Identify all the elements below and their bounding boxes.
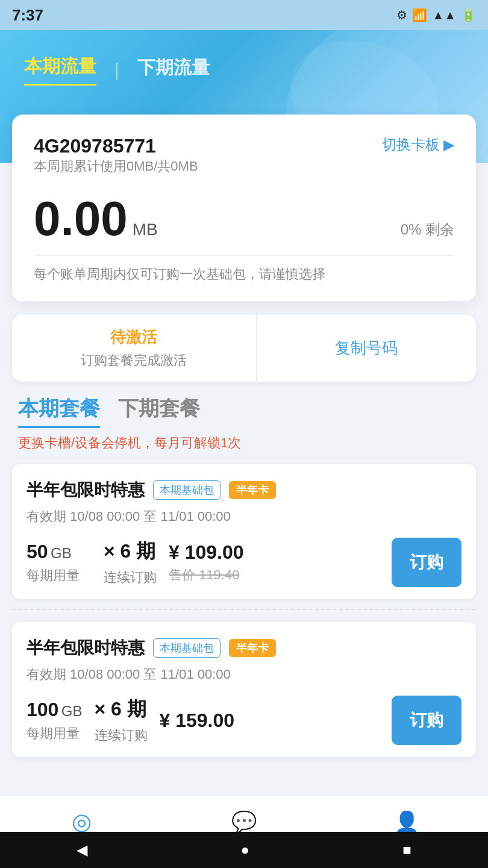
remaining-percent: 0% bbox=[401, 221, 422, 237]
header-tabs: 本期流量 | 下期流量 bbox=[0, 30, 488, 86]
tab-current-flow[interactable]: 本期流量 bbox=[24, 54, 96, 86]
card-notice: 每个账单周期内仅可订购一次基础包，请谨慎选择 bbox=[34, 265, 454, 283]
activation-section: 待激活 订购套餐完成激活 复制号码 bbox=[12, 315, 476, 382]
activation-desc: 订购套餐完成激活 bbox=[81, 351, 187, 370]
badge-half-year-1: 半年卡 bbox=[229, 481, 276, 499]
original-price-value-1: 119.40 bbox=[199, 567, 239, 582]
price-symbol-1: ¥ bbox=[169, 541, 180, 563]
package-card-2: 半年包限时特惠 本期基础包 半年卡 有效期 10/08 00:00 至 11/0… bbox=[12, 622, 476, 757]
wifi-icon: 📶 bbox=[412, 8, 427, 22]
card-left: 4G209785771 本周期累计使用0MB/共0MB bbox=[34, 135, 198, 192]
tab-current-package[interactable]: 本期套餐 bbox=[18, 395, 100, 428]
chevron-right-icon: ▶ bbox=[443, 136, 454, 153]
periods-item-2: × 6 期 连续订购 bbox=[95, 696, 148, 744]
detail-value-gb-2: 100 GB bbox=[27, 699, 83, 721]
recent-button[interactable]: ■ bbox=[402, 841, 411, 858]
data-number: 0.00 bbox=[34, 195, 128, 243]
status-bar: 7:37 ⚙ 📶 ▲▲ 🔋 bbox=[0, 0, 488, 30]
package-title-2: 半年包限时特惠 bbox=[27, 637, 145, 659]
mine-icon: 👤 bbox=[394, 810, 419, 834]
status-time: 7:37 bbox=[12, 6, 43, 25]
price-value-1: 109.00 bbox=[185, 541, 244, 563]
data-amount-row: 0.00 MB 0% 剩余 bbox=[34, 195, 454, 243]
phone-number: 4G209785771 bbox=[34, 135, 198, 157]
badge-half-year-2: 半年卡 bbox=[229, 639, 276, 657]
detail-value-gb-1: 50 GB bbox=[27, 541, 80, 563]
badge-base-2: 本期基础包 bbox=[153, 638, 221, 658]
package-warning: 更换卡槽/设备会停机，每月可解锁1次 bbox=[18, 434, 470, 452]
package-title-1: 半年包限时特惠 bbox=[27, 479, 145, 502]
data-amount-item-2: 100 GB 每期用量 bbox=[27, 699, 83, 743]
data-label-1: 每期用量 bbox=[27, 567, 80, 585]
gb-number-2: 100 bbox=[27, 699, 58, 720]
data-amount-item-1: 50 GB 每期用量 bbox=[27, 541, 80, 585]
switch-card-label: 切换卡板 bbox=[382, 135, 440, 154]
price-col-1: ¥ 109.00 售价 119.40 bbox=[169, 541, 244, 584]
tab-next-package[interactable]: 下期套餐 bbox=[118, 395, 200, 428]
package-card-1: 半年包限时特惠 本期基础包 半年卡 有效期 10/08 00:00 至 11/0… bbox=[12, 464, 476, 599]
package-card-2-header: 半年包限时特惠 本期基础包 半年卡 bbox=[27, 637, 461, 659]
gb-unit-2: GB bbox=[61, 703, 83, 719]
settings-icon: ⚙ bbox=[396, 8, 407, 22]
remaining-label: 剩余 bbox=[425, 221, 454, 237]
package-tabs: 本期套餐 下期套餐 bbox=[18, 395, 470, 428]
package-validity-1: 有效期 10/08 00:00 至 11/01 00:00 bbox=[27, 508, 461, 526]
price-original-1: 售价 119.40 bbox=[169, 566, 244, 584]
package-details-row-2: 100 GB 每期用量 × 6 期 连续订购 ¥ 159.00 bbox=[27, 696, 461, 745]
data-amount: 0.00 MB bbox=[34, 195, 158, 243]
price-value-2: 159.00 bbox=[175, 709, 234, 731]
price-current-2: ¥ 159.00 bbox=[160, 709, 235, 732]
signal-icon: ▲▲ bbox=[432, 8, 456, 22]
activation-status: 待激活 bbox=[110, 327, 157, 348]
package-details-inner-1: 50 GB 每期用量 × 6 期 连续订购 ¥ 109.00 bbox=[27, 538, 392, 587]
tab-next-flow[interactable]: 下期流量 bbox=[137, 55, 210, 85]
periods-value-2: × 6 期 bbox=[95, 696, 148, 723]
periods-item-1: × 6 期 连续订购 bbox=[104, 538, 157, 587]
activation-left: 待激活 订购套餐完成激活 bbox=[12, 315, 257, 382]
status-icons: ⚙ 📶 ▲▲ 🔋 bbox=[396, 8, 476, 22]
subscribe-button-1[interactable]: 订购 bbox=[392, 538, 461, 587]
data-label-2: 每期用量 bbox=[27, 725, 83, 743]
copy-number-button[interactable]: 复制号码 bbox=[257, 315, 477, 382]
original-price-label-1: 售价 bbox=[169, 567, 195, 582]
periods-value-1: × 6 期 bbox=[104, 538, 157, 565]
package-section: 本期套餐 下期套餐 更换卡槽/设备会停机，每月可解锁1次 bbox=[12, 395, 476, 452]
gb-number-1: 50 bbox=[27, 541, 48, 562]
periods-label-2: 连续订购 bbox=[95, 726, 148, 744]
card-top-row: 4G209785771 本周期累计使用0MB/共0MB 切换卡板 ▶ bbox=[34, 135, 454, 192]
card-subtitle: 本周期累计使用0MB/共0MB bbox=[34, 157, 198, 175]
price-current-1: ¥ 109.00 bbox=[169, 541, 244, 564]
package-validity-2: 有效期 10/08 00:00 至 11/01 00:00 bbox=[27, 665, 461, 684]
home-button[interactable]: ● bbox=[240, 841, 249, 858]
back-button[interactable]: ◀ bbox=[77, 841, 87, 858]
content-area: 4G209785771 本周期累计使用0MB/共0MB 切换卡板 ▶ 0.00 … bbox=[0, 115, 488, 757]
section-divider bbox=[12, 609, 476, 610]
package-details-inner-2: 100 GB 每期用量 × 6 期 连续订购 ¥ 159.00 bbox=[27, 696, 392, 744]
service-icon: 💬 bbox=[231, 810, 257, 834]
package-details-row-1: 50 GB 每期用量 × 6 期 连续订购 ¥ 109.00 bbox=[27, 538, 461, 587]
badge-base-1: 本期基础包 bbox=[153, 480, 221, 500]
subscribe-button-2[interactable]: 订购 bbox=[392, 696, 461, 745]
recharge-icon: ◎ bbox=[72, 808, 92, 835]
periods-label-1: 连续订购 bbox=[104, 568, 157, 587]
android-nav-bar: ◀ ● ■ bbox=[0, 832, 488, 868]
price-symbol-2: ¥ bbox=[160, 709, 170, 731]
gb-unit-1: GB bbox=[51, 545, 72, 561]
package-card-1-header: 半年包限时特惠 本期基础包 半年卡 bbox=[27, 479, 461, 502]
main-content: 4G209785771 本周期累计使用0MB/共0MB 切换卡板 ▶ 0.00 … bbox=[0, 115, 488, 868]
data-unit: MB bbox=[133, 220, 158, 239]
price-col-2: ¥ 159.00 bbox=[160, 709, 235, 732]
tab-divider: | bbox=[114, 60, 119, 80]
card-divider bbox=[34, 255, 454, 256]
data-remaining: 0% 剩余 bbox=[401, 220, 454, 243]
battery-icon: 🔋 bbox=[461, 8, 476, 22]
data-card: 4G209785771 本周期累计使用0MB/共0MB 切换卡板 ▶ 0.00 … bbox=[12, 115, 476, 301]
switch-card-button[interactable]: 切换卡板 ▶ bbox=[382, 135, 454, 154]
